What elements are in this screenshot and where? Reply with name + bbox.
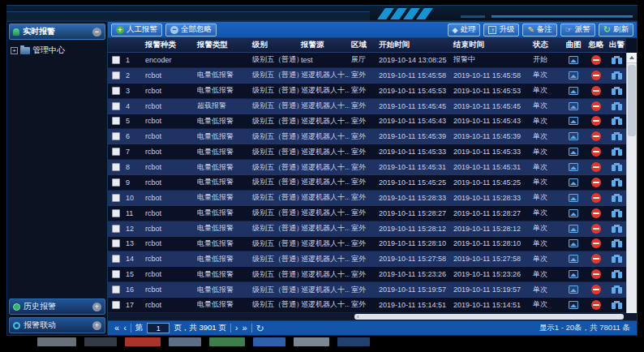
table-row[interactable]: 10rcbot电量低报警级别五（普通）巡逻机器人十...室外2019-10-11… (108, 191, 626, 206)
ignore-icon[interactable] (591, 224, 601, 234)
taskbar-window[interactable] (209, 337, 245, 346)
ignore-all-button[interactable]: − 全部忽略 (165, 24, 217, 36)
horizontal-scroll-thumb[interactable]: ‹ (354, 314, 624, 320)
dispatch-binoculars-icon[interactable] (612, 255, 622, 263)
table-row[interactable]: 3rcbot电量低报警级别五（普通）巡逻机器人十...室外2019-10-11 … (108, 84, 626, 99)
dispatch-binoculars-icon[interactable] (612, 285, 622, 294)
table-row[interactable]: 11rcbot电量低报警级别五（普通）巡逻机器人十...室外2019-10-11… (108, 206, 626, 221)
header-alarm-category[interactable]: 报警种类 (144, 40, 195, 50)
ignore-icon[interactable] (591, 238, 601, 248)
row-checkbox[interactable] (112, 87, 120, 95)
row-checkbox[interactable] (112, 178, 120, 187)
taskbar-window[interactable] (294, 337, 329, 346)
row-checkbox[interactable] (112, 56, 120, 64)
dispatch-binoculars-icon[interactable] (612, 270, 622, 278)
next-page-button[interactable]: › (235, 324, 238, 333)
refresh-button[interactable]: ↻ 刷新 (599, 24, 633, 36)
header-area[interactable]: 区域 (350, 40, 377, 50)
curve-chart-icon[interactable] (569, 56, 578, 64)
dispatch-binoculars-icon[interactable] (612, 194, 622, 202)
taskbar-window[interactable] (337, 337, 370, 346)
dispatch-binoculars-icon[interactable] (612, 132, 622, 140)
handle-button[interactable]: ◆ 处理 (448, 24, 481, 36)
taskbar-window[interactable] (84, 337, 117, 346)
curve-chart-icon[interactable] (569, 239, 578, 247)
first-page-button[interactable]: « (114, 324, 119, 333)
table-row[interactable]: 8rcbot电量低报警级别五（普通）巡逻机器人十...室外2019-10-11 … (108, 160, 626, 175)
dispatch-binoculars-icon[interactable] (612, 117, 622, 125)
table-row[interactable]: 7rcbot电量低报警级别五（普通）巡逻机器人十...室外2019-10-11 … (108, 144, 626, 160)
expand-button[interactable]: + (92, 303, 101, 311)
dispatch-binoculars-icon[interactable] (612, 87, 622, 95)
table-row[interactable]: 1encoder级别五（普通）test展厅2019-10-14 13:08:25… (108, 53, 626, 68)
row-checkbox[interactable] (112, 194, 120, 202)
header-end-time[interactable]: 结束时间 (452, 40, 531, 50)
ignore-icon[interactable] (591, 178, 601, 187)
row-checkbox[interactable] (112, 148, 120, 156)
ignore-icon[interactable] (591, 208, 601, 218)
taskbar-window[interactable] (169, 337, 201, 346)
dispatch-binoculars-icon[interactable] (612, 102, 622, 110)
row-checkbox[interactable] (112, 117, 120, 125)
dispatch-binoculars-icon[interactable] (612, 225, 622, 233)
sidebar-panel-realtime-alarm[interactable]: 实时报警 − (9, 24, 105, 40)
dispatch-binoculars-icon[interactable] (612, 71, 622, 79)
ignore-icon[interactable] (591, 285, 601, 294)
header-alarm-source[interactable]: 报警源 (299, 40, 350, 50)
ignore-icon[interactable] (591, 300, 601, 310)
curve-chart-icon[interactable] (569, 102, 578, 110)
curve-chart-icon[interactable] (569, 285, 578, 294)
dispatch-button[interactable]: ☞ 派警 (560, 24, 595, 36)
curve-chart-icon[interactable] (569, 301, 578, 309)
page-number-input[interactable] (147, 323, 170, 333)
ignore-icon[interactable] (591, 86, 601, 96)
table-row[interactable]: 12rcbot电量低报警级别五（普通）巡逻机器人十...室外2019-10-11… (108, 221, 626, 237)
vertical-scroll-thumb[interactable] (628, 65, 636, 136)
header-start-time[interactable]: 开始时间 (377, 40, 452, 50)
row-checkbox[interactable] (112, 270, 120, 278)
table-row[interactable]: 9rcbot电量低报警级别五（普通）巡逻机器人十...室外2019-10-11 … (108, 175, 626, 191)
curve-chart-icon[interactable] (569, 194, 578, 202)
manual-alarm-button[interactable]: + 人工报警 (111, 24, 162, 36)
table-row[interactable]: 13rcbot电量低报警级别五（普通）巡逻机器人十...室外2019-10-11… (108, 237, 626, 252)
tree-expand-icon[interactable]: + (11, 47, 18, 54)
ignore-icon[interactable] (591, 71, 601, 80)
dispatch-binoculars-icon[interactable] (612, 301, 622, 309)
curve-chart-icon[interactable] (569, 270, 578, 278)
table-row[interactable]: 16rcbot电量低报警级别五（普通）巡逻机器人十...室外2019-10-11… (108, 282, 626, 298)
curve-chart-icon[interactable] (569, 209, 578, 217)
curve-chart-icon[interactable] (569, 117, 578, 125)
ignore-icon[interactable] (591, 116, 601, 126)
dispatch-binoculars-icon[interactable] (612, 209, 622, 217)
header-ignore[interactable]: 忽略 (585, 40, 608, 50)
taskbar-window[interactable] (253, 337, 286, 346)
dispatch-binoculars-icon[interactable] (612, 163, 622, 171)
ignore-icon[interactable] (591, 55, 601, 65)
pager-refresh-icon[interactable]: ↻ (256, 323, 264, 334)
expand-button[interactable]: + (92, 321, 101, 330)
dispatch-binoculars-icon[interactable] (612, 239, 622, 247)
ignore-icon[interactable] (591, 101, 601, 111)
table-row[interactable]: 17rcbot电量低报警级别五（普通）巡逻机器人十...室外2019-10-11… (108, 298, 626, 313)
curve-chart-icon[interactable] (569, 163, 578, 171)
taskbar-window[interactable] (125, 337, 161, 346)
curve-chart-icon[interactable] (569, 87, 578, 95)
row-checkbox[interactable] (112, 301, 120, 309)
curve-chart-icon[interactable] (569, 71, 578, 79)
ignore-icon[interactable] (591, 147, 601, 157)
row-checkbox[interactable] (112, 225, 120, 233)
dispatch-binoculars-icon[interactable] (612, 56, 622, 64)
remark-button[interactable]: ✎ 备注 (522, 24, 556, 36)
sidebar-panel-alarm-linkage[interactable]: 报警联动 + (9, 317, 105, 333)
escalate-button[interactable]: ↑ 升级 (483, 24, 519, 36)
table-row[interactable]: 14rcbot电量低报警级别五（普通）巡逻机器人十...室外2019-10-11… (108, 251, 626, 267)
row-checkbox[interactable] (112, 132, 120, 140)
horizontal-scrollbar[interactable]: ‹ (108, 313, 637, 320)
row-checkbox[interactable] (112, 285, 120, 294)
row-checkbox[interactable] (112, 163, 120, 171)
dispatch-binoculars-icon[interactable] (612, 178, 622, 187)
ignore-icon[interactable] (591, 254, 601, 264)
ignore-icon[interactable] (591, 269, 601, 279)
scroll-up-button[interactable] (627, 53, 637, 63)
table-row[interactable]: 6rcbot电量低报警级别五（普通）巡逻机器人十...室外2019-10-11 … (108, 129, 626, 144)
